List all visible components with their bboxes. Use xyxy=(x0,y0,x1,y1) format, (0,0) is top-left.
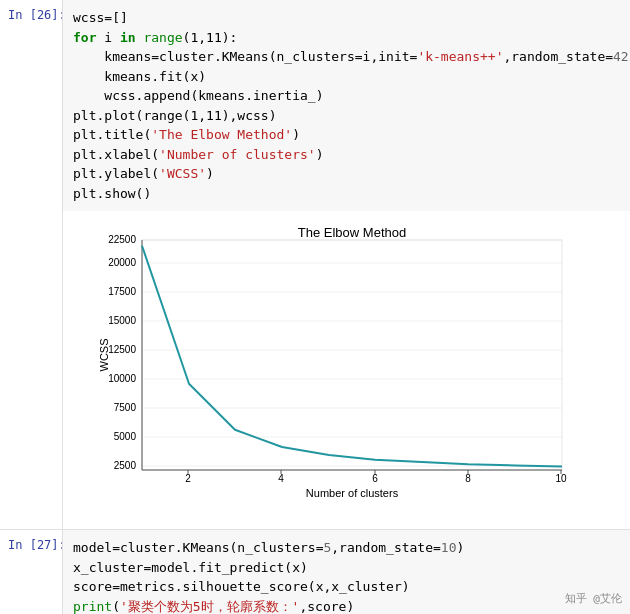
cell-26-code[interactable]: wcss=[] for i in range(1,11): kmeans=clu… xyxy=(63,0,630,211)
notebook: In [26]: wcss=[] for i in range(1,11): k… xyxy=(0,0,630,614)
xlabel: Number of clusters xyxy=(305,487,398,499)
cell-26: In [26]: wcss=[] for i in range(1,11): k… xyxy=(0,0,630,529)
chart-area: The Elbow Method 22500 20000 17500 15000… xyxy=(63,215,630,525)
chart-output-row: The Elbow Method 22500 20000 17500 15000… xyxy=(0,211,630,529)
ylabel: WCSS xyxy=(98,339,110,372)
ytick-15000: 15000 xyxy=(108,315,136,326)
cell-26-row: In [26]: wcss=[] for i in range(1,11): k… xyxy=(0,0,630,211)
cell-26-label: In [26]: xyxy=(0,0,62,22)
ytick-7500: 7500 xyxy=(113,402,136,413)
cell-27: In [27]: model=cluster.KMeans(n_clusters… xyxy=(0,530,630,614)
cell-27-code[interactable]: model=cluster.KMeans(n_clusters=5,random… xyxy=(63,530,630,614)
chart-title: The Elbow Method xyxy=(297,225,405,240)
chart-label-empty xyxy=(0,211,62,219)
ytick-2500: 2500 xyxy=(113,460,136,471)
xtick-4: 4 xyxy=(278,473,284,484)
ytick-20000: 20000 xyxy=(108,257,136,268)
ytick-12500: 12500 xyxy=(108,344,136,355)
cell-27-label: In [27]: xyxy=(0,530,62,552)
xtick-6: 6 xyxy=(372,473,378,484)
cell-26-content: wcss=[] for i in range(1,11): kmeans=clu… xyxy=(62,0,630,211)
elbow-chart: The Elbow Method 22500 20000 17500 15000… xyxy=(92,225,592,515)
chart-output-content: The Elbow Method 22500 20000 17500 15000… xyxy=(62,211,630,529)
cell-27-row: In [27]: model=cluster.KMeans(n_clusters… xyxy=(0,530,630,614)
xtick-2: 2 xyxy=(185,473,191,484)
svg-rect-0 xyxy=(142,240,562,470)
watermark: 知乎 @艾伦 xyxy=(565,591,622,606)
ytick-17500: 17500 xyxy=(108,286,136,297)
ytick-10000: 10000 xyxy=(108,373,136,384)
ytick-5000: 5000 xyxy=(113,431,136,442)
xtick-8: 8 xyxy=(465,473,471,484)
xtick-10: 10 xyxy=(555,473,567,484)
cell-27-content: model=cluster.KMeans(n_clusters=5,random… xyxy=(62,530,630,614)
ytick-22500: 22500 xyxy=(108,234,136,245)
